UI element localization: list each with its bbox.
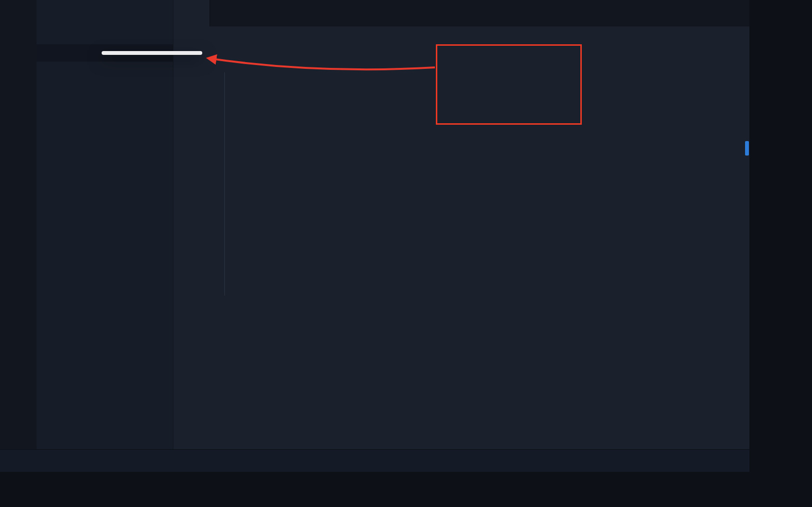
breadcrumbs [173, 26, 749, 44]
explorer-header [37, 0, 173, 26]
activity-bar [0, 0, 37, 449]
screen [0, 0, 812, 507]
status-bar [0, 449, 749, 472]
main-row [0, 0, 749, 449]
more-actions-icon[interactable] [730, 8, 741, 19]
chevron-down-icon [49, 32, 57, 39]
close-icon[interactable] [194, 9, 202, 17]
file-row-introduction-js[interactable] [37, 62, 173, 79]
tab-bar [173, 0, 749, 26]
annotation-note [436, 44, 582, 125]
explorer-sidebar [37, 0, 173, 449]
indent-guide [224, 72, 225, 296]
folder-row-30daysofjs[interactable] [37, 26, 173, 44]
context-menu [102, 51, 202, 55]
split-editor-icon[interactable] [708, 8, 719, 19]
vscode-window [0, 0, 749, 472]
overview-ruler-marker [745, 141, 749, 156]
tab-actions [708, 0, 749, 26]
tab-index-html[interactable] [173, 0, 210, 26]
folder-icon [61, 31, 70, 40]
gutter [173, 44, 223, 449]
